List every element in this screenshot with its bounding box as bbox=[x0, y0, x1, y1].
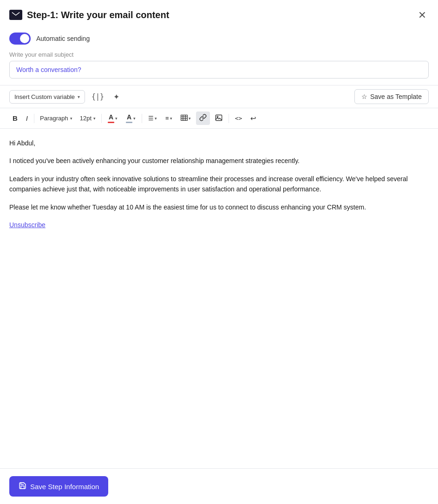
chevron-down-icon: ▾ bbox=[133, 116, 136, 121]
table-button[interactable]: ▾ bbox=[177, 112, 194, 124]
numbered-list-button[interactable]: ≡ ▾ bbox=[162, 112, 176, 124]
chevron-down-icon: ▾ bbox=[93, 116, 96, 121]
image-icon bbox=[215, 114, 222, 123]
table-icon bbox=[181, 115, 188, 122]
paragraph-label: Paragraph bbox=[40, 115, 68, 122]
magic-button[interactable]: ✦ bbox=[111, 90, 122, 104]
separator2 bbox=[101, 114, 102, 123]
greeting: Hi Abdul, bbox=[9, 138, 429, 148]
link-icon bbox=[199, 114, 207, 123]
code-icon: <> bbox=[235, 115, 242, 122]
chevron-down-icon: ▾ bbox=[170, 116, 172, 121]
italic-label: I bbox=[26, 114, 28, 122]
numbered-list-icon: ≡ bbox=[165, 115, 169, 122]
insert-custom-variable-label: Insert Custom variable bbox=[14, 93, 75, 100]
undo-icon: ↩ bbox=[250, 114, 256, 123]
subject-section: Write your email subject bbox=[0, 51, 438, 85]
toggle-label: Automatic sending bbox=[36, 35, 90, 42]
chevron-down-icon: ▾ bbox=[189, 116, 191, 121]
subject-label: Write your email subject bbox=[9, 51, 429, 58]
save-step-label: Save Step Information bbox=[30, 483, 99, 491]
separator3 bbox=[142, 114, 142, 123]
paragraph3: Please let me know whether Tuesday at 10… bbox=[9, 202, 429, 212]
save-template-label: Save as Template bbox=[370, 93, 422, 100]
toolbar-row1-left: Insert Custom variable ▾ {|} ✦ bbox=[9, 90, 122, 104]
paragraph-select[interactable]: Paragraph ▾ bbox=[37, 113, 75, 124]
insert-custom-variable-button[interactable]: Insert Custom variable ▾ bbox=[9, 90, 85, 104]
save-step-button[interactable]: Save Step Information bbox=[9, 476, 108, 497]
star-icon: ☆ bbox=[361, 93, 367, 100]
image-button[interactable] bbox=[212, 112, 226, 125]
bold-label: B bbox=[13, 114, 18, 122]
paragraph1: I noticed you've been actively enhancing… bbox=[9, 156, 429, 166]
chevron-down-icon: ▾ bbox=[155, 116, 157, 121]
page-container: Step-1: Write your email content Automat… bbox=[0, 0, 438, 504]
svg-point-9 bbox=[217, 116, 218, 118]
separator4 bbox=[229, 114, 229, 123]
font-size-select[interactable]: 12pt ▾ bbox=[77, 113, 98, 124]
font-color-swatch bbox=[108, 122, 114, 123]
toolbar-row1: Insert Custom variable ▾ {|} ✦ ☆ Save as… bbox=[0, 85, 438, 108]
highlight-wrapper: A bbox=[126, 113, 132, 123]
bullet-list-icon: ☰ bbox=[148, 115, 154, 122]
unsubscribe-link[interactable]: Unsubscribe bbox=[9, 221, 46, 229]
save-icon bbox=[19, 482, 26, 491]
close-button[interactable] bbox=[416, 8, 429, 21]
paragraph2: Leaders in your industry often seek inno… bbox=[9, 174, 429, 195]
email-content: Hi Abdul, I noticed you've been actively… bbox=[0, 129, 438, 504]
header: Step-1: Write your email content bbox=[0, 0, 438, 28]
footer: Save Step Information bbox=[0, 468, 438, 504]
font-color-wrapper: A bbox=[108, 113, 114, 123]
magic-icon: ✦ bbox=[113, 92, 119, 101]
subject-input[interactable] bbox=[9, 61, 429, 79]
font-color-label: A bbox=[109, 113, 113, 121]
bullet-list-button[interactable]: ☰ ▾ bbox=[145, 112, 160, 124]
chevron-down-icon: ▾ bbox=[78, 94, 80, 99]
email-icon bbox=[9, 10, 22, 20]
font-size-label: 12pt bbox=[80, 115, 92, 122]
bold-button[interactable]: B bbox=[9, 112, 21, 124]
font-color-button[interactable]: A ▾ bbox=[105, 111, 121, 125]
undo-button[interactable]: ↩ bbox=[247, 112, 260, 125]
automatic-sending-toggle[interactable] bbox=[9, 33, 31, 45]
save-template-button[interactable]: ☆ Save as Template bbox=[354, 89, 429, 104]
toolbar-row2: B I Paragraph ▾ 12pt ▾ A ▾ A bbox=[0, 108, 438, 129]
highlight-label: A bbox=[127, 113, 131, 121]
page-title: Step-1: Write your email content bbox=[27, 10, 169, 20]
header-left: Step-1: Write your email content bbox=[9, 10, 169, 20]
code-button[interactable]: <> bbox=[232, 112, 246, 124]
italic-button[interactable]: I bbox=[23, 112, 31, 124]
chevron-down-icon: ▾ bbox=[70, 116, 72, 121]
highlight-color-swatch bbox=[126, 122, 132, 123]
svg-rect-3 bbox=[181, 115, 187, 120]
braces-icon: {|} bbox=[92, 92, 104, 101]
link-button[interactable] bbox=[196, 111, 210, 125]
toggle-row: Automatic sending bbox=[0, 28, 438, 51]
highlight-button[interactable]: A ▾ bbox=[123, 111, 139, 125]
chevron-down-icon: ▾ bbox=[115, 116, 118, 121]
braces-button[interactable]: {|} bbox=[89, 90, 107, 104]
separator1 bbox=[34, 114, 34, 123]
